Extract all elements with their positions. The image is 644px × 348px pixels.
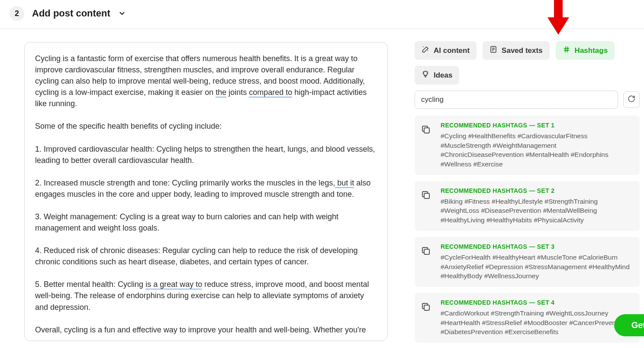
editor-paragraph: 2. Increased muscle strength and tone: C…	[35, 177, 377, 200]
editor-paragraph: 4. Reduced risk of chronic diseases: Reg…	[35, 245, 377, 267]
annotation-arrow	[545, 0, 571, 37]
lightbulb-icon	[422, 70, 429, 80]
hashtag-set-body: RECOMMENDED HASHTAGS — SET 1 #Cycling #H…	[441, 122, 632, 169]
saved-texts-button[interactable]: Saved texts	[483, 41, 550, 60]
hashtag-set-tags: #Cycling #HealthBenefits #Cardiovascular…	[441, 131, 632, 169]
editor-column: Cycling is a fantastic form of exercise …	[0, 29, 402, 344]
post-content-editor[interactable]: Cycling is a fantastic form of exercise …	[24, 42, 388, 341]
hashtag-set-title: RECOMMENDED HASHTAGS — SET 3	[441, 243, 632, 250]
copy-button[interactable]	[421, 190, 432, 225]
ideas-button[interactable]: Ideas	[415, 66, 459, 85]
tools-column: AI content Saved texts Hashtags Ideas	[402, 29, 644, 344]
hashtag-set-body: RECOMMENDED HASHTAGS — SET 4 #CardioWork…	[441, 299, 632, 337]
hashtag-set-body: RECOMMENDED HASHTAGS — SET 2 #Biking #Fi…	[441, 187, 632, 225]
hashtag-icon	[563, 46, 570, 55]
editor-paragraph: Cycling is a fantastic form of exercise …	[35, 53, 377, 109]
copy-button[interactable]	[421, 124, 432, 169]
refresh-button[interactable]	[623, 91, 640, 108]
hashtag-search-input[interactable]	[415, 91, 618, 109]
get-button[interactable]: Get	[614, 314, 644, 336]
svg-line-9	[567, 46, 568, 52]
refresh-icon	[628, 95, 635, 104]
copy-button[interactable]	[421, 302, 432, 337]
search-row	[415, 91, 640, 109]
svg-marker-1	[547, 17, 569, 35]
step-number: 2	[15, 9, 19, 18]
svg-rect-0	[554, 0, 563, 20]
hashtags-button[interactable]: Hashtags	[556, 41, 615, 60]
svg-rect-16	[424, 249, 429, 254]
hashtag-set-tags: #CardioWorkout #StrengthTraining #Weight…	[441, 309, 632, 337]
tool-label: Saved texts	[502, 46, 543, 55]
copy-button[interactable]	[421, 246, 432, 281]
tool-row: AI content Saved texts Hashtags Ideas	[415, 41, 640, 85]
hashtag-set-title: RECOMMENDED HASHTAGS — SET 2	[441, 187, 632, 194]
hashtag-set-card: RECOMMENDED HASHTAGS — SET 2 #Biking #Fi…	[415, 181, 640, 231]
editor-paragraph: Overall, cycling is a fun and effective …	[35, 324, 377, 335]
hashtag-set-tags: #Biking #Fitness #HealthyLifestyle #Stre…	[441, 197, 632, 225]
hashtag-sets: RECOMMENDED HASHTAGS — SET 1 #Cycling #H…	[415, 116, 640, 348]
tool-label: AI content	[434, 46, 470, 55]
editor-paragraph: 1. Improved cardiovascular health: Cycli…	[35, 143, 377, 166]
ai-content-button[interactable]: AI content	[415, 41, 477, 60]
tool-label: Ideas	[434, 71, 452, 80]
hashtag-set-title: RECOMMENDED HASHTAGS — SET 4	[441, 299, 632, 306]
svg-rect-17	[424, 305, 429, 310]
editor-paragraph: Some of the specific health benefits of …	[35, 120, 377, 132]
magic-wand-icon	[422, 46, 429, 55]
svg-rect-14	[424, 128, 429, 133]
hashtag-set-tags: #CycleForHealth #HealthyHeart #MuscleTon…	[441, 253, 632, 281]
svg-line-8	[565, 46, 566, 52]
step-title: Add post content	[32, 8, 110, 19]
chevron-down-icon[interactable]	[118, 10, 126, 17]
svg-rect-15	[424, 193, 429, 198]
main-content: Cycling is a fantastic form of exercise …	[0, 29, 644, 344]
document-icon	[489, 46, 497, 55]
editor-paragraph: 5. Better mental health: Cycling is a gr…	[35, 279, 377, 312]
svg-line-12	[423, 72, 424, 72]
hashtag-set-card: RECOMMENDED HASHTAGS — SET 1 #Cycling #H…	[415, 116, 640, 175]
hashtag-set-card: RECOMMENDED HASHTAGS — SET 4 #CardioWork…	[415, 293, 640, 343]
hashtag-set-card: RECOMMENDED HASHTAGS — SET 3 #CycleForHe…	[415, 237, 640, 287]
svg-line-13	[427, 72, 428, 72]
hashtag-set-title: RECOMMENDED HASHTAGS — SET 1	[441, 122, 632, 129]
step-number-badge: 2	[10, 6, 24, 21]
editor-paragraph: 3. Weight management: Cycling is a great…	[35, 211, 377, 234]
hashtag-set-body: RECOMMENDED HASHTAGS — SET 3 #CycleForHe…	[441, 243, 632, 281]
tool-label: Hashtags	[575, 46, 608, 55]
get-button-label: Get	[631, 320, 644, 330]
